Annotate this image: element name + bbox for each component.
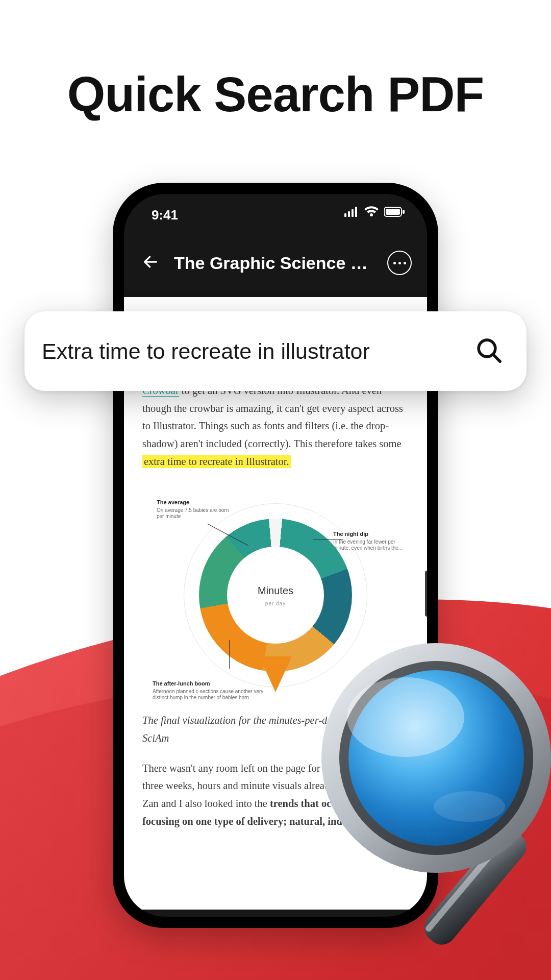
status-time: 9:41	[152, 207, 178, 223]
text: Afternoon planned c-sections cause anoth…	[153, 689, 270, 701]
chart-center: Minutes per day	[235, 554, 316, 636]
leader-line	[313, 539, 343, 540]
chart-annotation-night: The night dip In the evening far fewer p…	[333, 531, 405, 552]
chart-center-title: Minutes	[258, 582, 293, 599]
text: The night dip	[333, 531, 405, 538]
document-title: The Graphic Science page...	[174, 253, 375, 273]
battery-icon	[384, 207, 405, 217]
wifi-icon	[364, 206, 379, 217]
promo-title: Quick Search PDF	[0, 66, 551, 122]
svg-rect-5	[386, 209, 400, 215]
back-button[interactable]	[139, 252, 162, 274]
search-button[interactable]	[472, 335, 505, 368]
arrow-left-icon	[142, 253, 159, 273]
search-input[interactable]	[42, 339, 462, 364]
figure-caption: The final visualization for the minutes-…	[142, 712, 409, 747]
search-highlight: extra time to recreate in Illustrator.	[142, 455, 291, 468]
svg-line-8	[493, 355, 500, 361]
promo-canvas: Quick Search PDF 9:41	[0, 0, 551, 980]
leader-line	[229, 640, 230, 669]
search-icon	[474, 336, 503, 366]
chart-center-sub: per day	[265, 599, 286, 608]
text: The average	[157, 499, 236, 506]
phone-screen: 9:41	[124, 194, 427, 917]
svg-rect-0	[344, 213, 346, 217]
text: In the evening far fewer per minute, eve…	[333, 539, 405, 552]
chart-spike	[259, 656, 292, 692]
phone-frame: 9:41	[113, 183, 438, 928]
svg-rect-3	[355, 207, 357, 217]
text: The after-lunch boom	[153, 680, 270, 688]
app-bar: The Graphic Science page...	[124, 229, 427, 297]
search-bar	[24, 311, 527, 391]
scrollbar-thumb[interactable]	[425, 571, 427, 617]
text: to get an SVG version into Illustrator. …	[142, 385, 403, 450]
status-tray	[344, 206, 405, 217]
more-options-button[interactable]	[387, 251, 412, 275]
paragraph: There wasn't any room left on the page f…	[142, 760, 409, 830]
chart-annotation-lunch: The after-lunch boom Afternoon planned c…	[153, 680, 270, 701]
svg-rect-1	[348, 211, 350, 217]
svg-rect-6	[403, 210, 405, 214]
cellular-signal-icon	[344, 207, 359, 217]
text: On average 7.5 babies are born per minut…	[157, 507, 236, 520]
chart-annotation-average: The average On average 7.5 babies are bo…	[157, 499, 236, 520]
svg-rect-2	[352, 209, 354, 217]
minutes-radial-chart: Minutes per day The average On average 7…	[142, 483, 409, 707]
status-bar: 9:41	[124, 194, 427, 229]
